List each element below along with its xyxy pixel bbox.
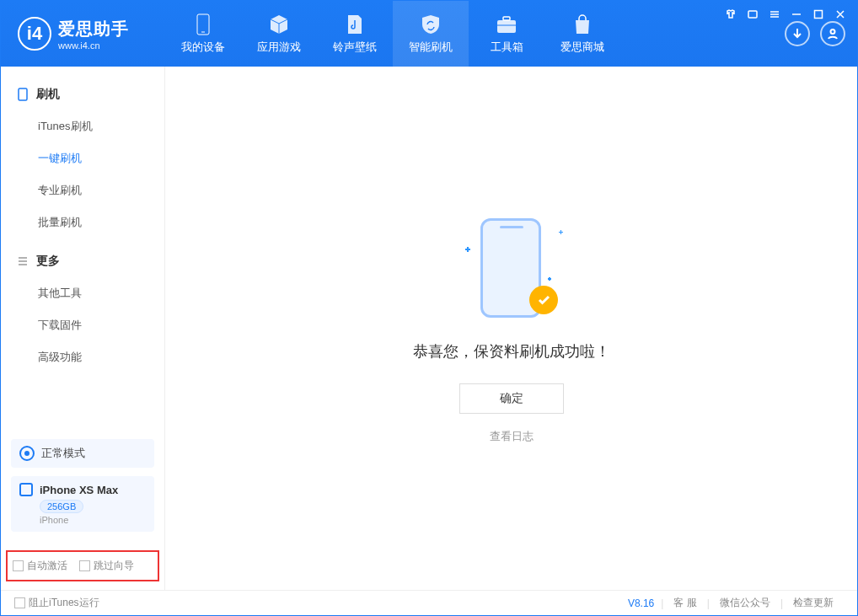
ok-button[interactable]: 确定 <box>459 383 564 414</box>
sidebar-item-itunes-flash[interactable]: iTunes刷机 <box>1 110 164 142</box>
sidebar-item-pro-flash[interactable]: 专业刷机 <box>1 174 164 206</box>
card-icon[interactable] <box>746 8 759 21</box>
svg-rect-6 <box>19 88 27 100</box>
mode-label: 正常模式 <box>41 446 85 461</box>
device-panel: 正常模式 iPhone XS Max 256GB iPhone <box>1 431 164 532</box>
logo: i4 爱思助手 www.i4.cn <box>1 17 165 51</box>
checkbox-label: 跳过向导 <box>94 559 134 573</box>
device-mode[interactable]: 正常模式 <box>11 439 154 468</box>
sidebar-item-other-tools[interactable]: 其他工具 <box>1 277 164 309</box>
nav-apps-games[interactable]: 应用游戏 <box>241 1 317 67</box>
svg-rect-1 <box>815 11 823 19</box>
svg-rect-4 <box>503 17 510 20</box>
sidebar-group-flash: 刷机 <box>1 82 164 107</box>
checkbox-block-itunes[interactable]: 阻止iTunes运行 <box>14 596 99 610</box>
nav-smart-flash[interactable]: 智能刷机 <box>393 1 469 67</box>
mode-icon <box>19 446 35 461</box>
app-name: 爱思助手 <box>58 18 129 40</box>
nav-label: 智能刷机 <box>409 40 453 55</box>
footer-support-link[interactable]: 客 服 <box>673 596 696 610</box>
device-name: iPhone XS Max <box>40 484 118 496</box>
checkbox-label: 自动激活 <box>27 559 67 573</box>
footer: 阻止iTunes运行 V8.16 | 客 服 | 微信公众号 | 检查更新 <box>1 590 857 615</box>
svg-rect-0 <box>748 11 757 18</box>
body: 刷机 iTunes刷机 一键刷机 专业刷机 批量刷机 更多 其他工具 下载固件 … <box>1 67 857 590</box>
shirt-icon[interactable] <box>724 8 737 21</box>
sidebar-item-oneclick-flash[interactable]: 一键刷机 <box>1 142 164 174</box>
device-icon <box>16 88 29 101</box>
capacity-badge: 256GB <box>40 500 83 513</box>
minimize-button[interactable] <box>790 8 803 21</box>
device-small-icon <box>19 483 33 496</box>
maximize-button[interactable] <box>812 8 825 21</box>
options-highlight-box: 自动激活 跳过向导 <box>6 550 159 581</box>
nav-label: 爱思商城 <box>560 40 604 55</box>
top-nav: 我的设备 应用游戏 铃声壁纸 智能刷机 工具箱 爱思商城 <box>165 1 620 67</box>
briefcase-icon <box>495 13 518 36</box>
svg-point-5 <box>831 29 835 34</box>
window-controls <box>724 8 847 21</box>
nav-ringtones[interactable]: 铃声壁纸 <box>317 1 393 67</box>
main-content: 恭喜您，保资料刷机成功啦！ 确定 查看日志 <box>165 67 857 590</box>
nav-label: 应用游戏 <box>257 40 301 55</box>
list-icon <box>16 254 29 268</box>
sidebar-item-advanced[interactable]: 高级功能 <box>1 341 164 373</box>
sidebar-item-batch-flash[interactable]: 批量刷机 <box>1 206 164 238</box>
phone-icon <box>191 13 215 36</box>
checkbox-auto-activate[interactable]: 自动激活 <box>13 559 67 573</box>
success-message: 恭喜您，保资料刷机成功啦！ <box>413 341 610 362</box>
nav-my-device[interactable]: 我的设备 <box>165 1 241 67</box>
sidebar-group-title: 更多 <box>36 254 60 269</box>
checkbox-box <box>13 560 24 571</box>
view-log-link[interactable]: 查看日志 <box>490 429 534 444</box>
sidebar: 刷机 iTunes刷机 一键刷机 专业刷机 批量刷机 更多 其他工具 下载固件 … <box>1 67 165 590</box>
checkbox-label: 阻止iTunes运行 <box>29 596 99 610</box>
app-site: www.i4.cn <box>58 40 129 51</box>
svg-rect-3 <box>497 20 516 33</box>
checkbox-skip-guide[interactable]: 跳过向导 <box>79 559 134 573</box>
nav-label: 工具箱 <box>491 40 523 55</box>
footer-check-update-link[interactable]: 检查更新 <box>793 596 834 610</box>
footer-wechat-link[interactable]: 微信公众号 <box>720 596 770 610</box>
bag-icon <box>571 13 594 36</box>
check-circle-icon <box>529 286 558 314</box>
sidebar-scroll: 刷机 iTunes刷机 一键刷机 专业刷机 批量刷机 更多 其他工具 下载固件 … <box>1 67 164 431</box>
close-button[interactable] <box>834 8 847 21</box>
nav-toolbox[interactable]: 工具箱 <box>469 1 544 67</box>
app-window: i4 爱思助手 www.i4.cn 我的设备 应用游戏 铃声壁纸 智能刷机 <box>0 0 858 616</box>
sparkle-icon <box>548 277 551 281</box>
success-illustration <box>457 213 566 323</box>
cube-icon <box>267 13 291 36</box>
checkbox-box <box>79 560 90 571</box>
sidebar-group-title: 刷机 <box>36 87 60 102</box>
checkbox-box <box>14 597 25 608</box>
menu-icon[interactable] <box>768 8 781 21</box>
nav-store[interactable]: 爱思商城 <box>544 1 620 67</box>
logo-icon: i4 <box>18 17 51 51</box>
nav-label: 铃声壁纸 <box>333 40 377 55</box>
svg-rect-2 <box>197 14 209 35</box>
version-label: V8.16 <box>628 597 654 609</box>
sparkle-icon <box>465 247 470 252</box>
device-type: iPhone <box>40 515 146 525</box>
download-button[interactable] <box>785 21 810 46</box>
music-file-icon <box>343 13 367 36</box>
sparkle-icon <box>559 230 563 234</box>
sidebar-item-download-firmware[interactable]: 下载固件 <box>1 309 164 341</box>
refresh-shield-icon <box>419 13 442 36</box>
device-info[interactable]: iPhone XS Max 256GB iPhone <box>11 476 154 532</box>
sidebar-group-more: 更多 <box>1 249 164 274</box>
nav-label: 我的设备 <box>181 40 225 55</box>
user-button[interactable] <box>820 21 845 46</box>
